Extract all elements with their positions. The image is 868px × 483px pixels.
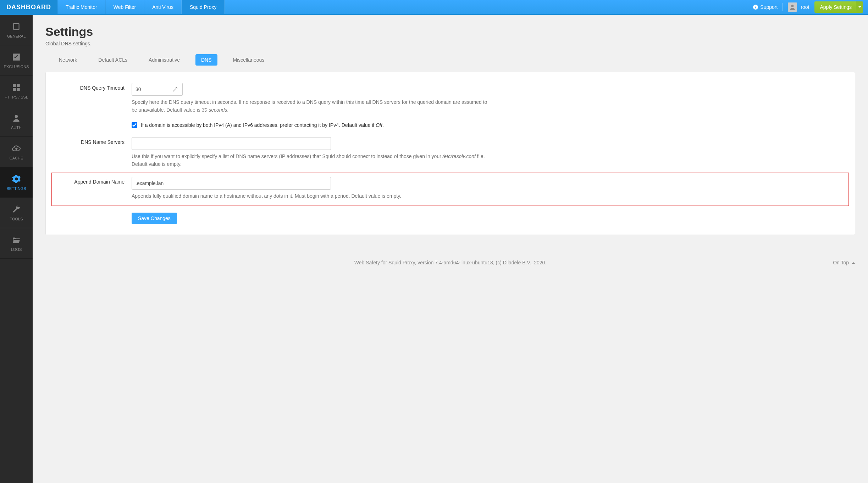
sidebar-item-label: HTTPS / SSL [5, 95, 28, 99]
sidebar-item-https-ssl[interactable]: HTTPS / SSL [0, 76, 33, 106]
caret-down-icon [858, 6, 861, 9]
row-append-domain: Append Domain Name Appends fully qualifi… [55, 177, 846, 200]
info-icon [753, 5, 758, 10]
sidebar: GENERAL EXCLUSIONS HTTPS / SSL AUTH CACH… [0, 15, 33, 279]
append-domain-input[interactable] [132, 177, 331, 190]
topnav-item-traffic-monitor[interactable]: Traffic Monitor [57, 0, 105, 14]
brand-logo[interactable]: DASHBOARD [0, 0, 57, 14]
page-subtitle: Global DNS settings. [45, 41, 855, 46]
svg-rect-1 [755, 7, 756, 8]
apply-settings-button[interactable]: Apply Settings [814, 1, 858, 13]
main-content: Settings Global DNS settings. Network De… [33, 15, 868, 279]
gear-icon [12, 174, 21, 184]
sidebar-item-exclusions[interactable]: EXCLUSIONS [0, 45, 33, 76]
row-ipv4-preference: If a domain is accessible by both IPv4 (… [55, 122, 846, 128]
tab-miscellaneous[interactable]: Miscellaneous [227, 54, 270, 66]
sidebar-item-cache[interactable]: CACHE [0, 137, 33, 167]
tab-default-acls[interactable]: Default ACLs [93, 54, 133, 66]
help-append-domain: Appends fully qualified domain name to a… [132, 192, 493, 200]
footer: Web Safety for Squid Proxy, version 7.4-… [45, 256, 855, 269]
ipv4-preference-label: If a domain is accessible by both IPv4 (… [141, 122, 384, 128]
sidebar-item-tools[interactable]: TOOLS [0, 198, 33, 228]
sidebar-item-label: TOOLS [10, 217, 23, 221]
cloud-download-icon [12, 144, 21, 153]
sidebar-item-label: SETTINGS [6, 186, 26, 191]
sidebar-item-logs[interactable]: LOGS [0, 228, 33, 259]
sidebar-item-label: AUTH [11, 125, 22, 130]
page-title: Settings [45, 25, 855, 39]
svg-rect-4 [13, 84, 16, 87]
label-dns-timeout: DNS Query Timeout [55, 83, 132, 91]
avatar [788, 2, 797, 12]
tab-administrative[interactable]: Administrative [143, 54, 186, 66]
svg-point-3 [791, 5, 794, 7]
user-icon [789, 4, 796, 10]
label-dns-nameservers: DNS Name Servers [55, 137, 132, 145]
user-menu[interactable]: root [788, 2, 809, 12]
svg-rect-7 [17, 88, 20, 91]
apply-settings-dropdown[interactable] [856, 1, 863, 13]
username: root [801, 4, 809, 10]
sidebar-item-label: EXCLUSIONS [4, 64, 29, 69]
highlighted-section: Append Domain Name Appends fully qualifi… [51, 173, 849, 207]
dns-nameservers-input[interactable] [132, 137, 331, 150]
on-top-link[interactable]: On Top [833, 260, 855, 265]
sidebar-item-label: LOGS [11, 247, 22, 252]
folder-open-icon [12, 235, 21, 245]
sidebar-item-label: GENERAL [7, 34, 26, 38]
book-icon [12, 22, 21, 31]
dns-timeout-reset-button[interactable] [167, 83, 183, 96]
svg-rect-6 [13, 88, 16, 91]
topnav-item-squid-proxy[interactable]: Squid Proxy [182, 0, 225, 14]
row-dns-timeout: DNS Query Timeout Specify here the DNS q… [55, 83, 846, 114]
dns-timeout-input[interactable] [132, 83, 167, 96]
top-nav: DASHBOARD Traffic Monitor Web Filter Ant… [0, 0, 868, 15]
chevron-up-icon [852, 262, 855, 265]
sidebar-item-label: CACHE [10, 156, 23, 160]
settings-tabs: Network Default ACLs Administrative DNS … [45, 49, 855, 66]
label-append-domain: Append Domain Name [55, 177, 132, 185]
support-link[interactable]: Support [753, 4, 778, 10]
save-changes-button[interactable]: Save Changes [132, 213, 177, 224]
svg-rect-5 [17, 84, 20, 87]
user-icon [12, 113, 21, 123]
grid-icon [12, 83, 21, 92]
svg-rect-2 [755, 6, 756, 7]
footer-text: Web Safety for Squid Proxy, version 7.4-… [354, 260, 546, 265]
sidebar-item-general[interactable]: GENERAL [0, 15, 33, 45]
help-dns-nameservers: Use this if you want to explicitly speci… [132, 153, 493, 168]
magic-wand-icon [172, 87, 177, 92]
svg-point-8 [15, 115, 18, 118]
tab-dns[interactable]: DNS [195, 54, 217, 66]
topnav-item-web-filter[interactable]: Web Filter [105, 0, 144, 14]
row-dns-nameservers: DNS Name Servers Use this if you want to… [55, 137, 846, 168]
wrench-icon [12, 205, 21, 214]
separator [783, 3, 783, 11]
check-square-icon [12, 52, 21, 62]
sidebar-item-auth[interactable]: AUTH [0, 106, 33, 137]
ipv4-preference-checkbox[interactable] [132, 122, 137, 128]
sidebar-item-settings[interactable]: SETTINGS [0, 167, 33, 198]
tab-network[interactable]: Network [53, 54, 83, 66]
topnav-item-anti-virus[interactable]: Anti Virus [144, 0, 182, 14]
settings-panel: DNS Query Timeout Specify here the DNS q… [45, 72, 855, 235]
help-dns-timeout: Specify here the DNS query timeout in se… [132, 99, 493, 114]
support-label: Support [760, 4, 778, 10]
